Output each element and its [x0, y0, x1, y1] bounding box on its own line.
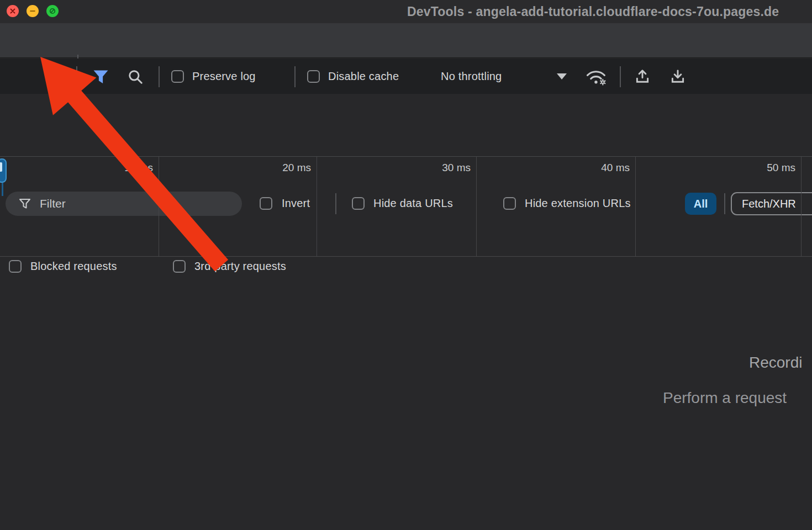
filter-separator [724, 193, 725, 214]
filter-row-secondary: Blocked requests 3rd-party requests [0, 125, 812, 156]
request-type-chip-all[interactable]: All [685, 193, 716, 215]
minimize-button[interactable] [27, 5, 39, 17]
window-title: DevTools - angela-add-tutorial.cloudflar… [407, 4, 779, 19]
hide-data-urls-checkbox[interactable] [352, 197, 365, 210]
timeline-handle-tail [2, 183, 3, 196]
network-toolbar: Preserve log Disable cache No throttling [0, 59, 812, 94]
toolbar-separator [76, 66, 77, 87]
toolbar-separator [159, 66, 160, 87]
close-icon [7, 5, 19, 17]
network-filter-toggle-button[interactable] [93, 70, 109, 84]
throttling-select[interactable]: No throttling [441, 70, 502, 83]
timeline-tick-20ms: 20 ms [261, 162, 311, 174]
timeline-handle-highlight [0, 162, 2, 172]
minimize-icon [27, 5, 39, 17]
timeline-top-border [0, 156, 812, 157]
invert-label: Invert [282, 197, 310, 210]
gear-icon [600, 79, 605, 85]
import-har-button[interactable] [634, 68, 651, 84]
hide-extension-urls-checkbox[interactable] [503, 197, 516, 210]
request-type-chip-fetch-xhr[interactable]: Fetch/XHR [731, 192, 812, 215]
recording-status-text: Recordi [749, 354, 802, 372]
disable-cache-checkbox[interactable] [307, 70, 320, 83]
toolbar-separator [620, 66, 621, 87]
search-button[interactable] [127, 68, 144, 85]
blocked-requests-checkbox[interactable] [9, 260, 22, 273]
search-icon [127, 68, 144, 85]
timeline-tick-50ms: 50 ms [746, 162, 795, 174]
filter-row: Invert Hide data URLs Hide extension URL… [0, 94, 812, 125]
filter-input-container[interactable] [6, 192, 242, 216]
title-bar: DevTools - angela-add-tutorial.cloudflar… [0, 0, 812, 23]
fullscreen-button[interactable] [46, 5, 59, 17]
devtools-tabbar: Console Network Sources Performance Memo… [0, 23, 812, 58]
third-party-requests-checkbox[interactable] [173, 260, 186, 273]
network-conditions-icon [586, 68, 609, 86]
timeline-handle-fragment[interactable] [0, 158, 7, 183]
preserve-log-checkbox[interactable] [171, 70, 184, 83]
perform-request-hint-text: Perform a request [663, 389, 787, 407]
upload-icon [634, 68, 651, 84]
timeline-gridline [317, 157, 317, 256]
timeline-gridline [801, 157, 802, 256]
timeline-gridline [635, 157, 636, 256]
filter-funnel-small-icon [19, 198, 31, 209]
chevron-down-icon[interactable] [557, 73, 567, 80]
timeline-gridline [159, 157, 159, 256]
blocked-requests-label: Blocked requests [30, 260, 117, 273]
timeline-bottom-border [0, 256, 812, 257]
close-button[interactable] [7, 5, 19, 17]
devtools-window: DevTools - angela-add-tutorial.cloudflar… [0, 0, 812, 530]
disable-cache-label: Disable cache [328, 70, 399, 83]
hide-extension-urls-label: Hide extension URLs [525, 197, 631, 210]
hide-data-urls-label: Hide data URLs [373, 197, 453, 210]
filter-separator [335, 193, 336, 214]
preserve-log-label: Preserve log [192, 70, 256, 83]
invert-checkbox[interactable] [260, 197, 272, 210]
timeline-gridline [476, 157, 477, 256]
export-har-button[interactable] [669, 68, 686, 84]
toolbar-separator [294, 66, 296, 87]
fullscreen-icon [46, 5, 59, 17]
download-icon [669, 68, 686, 84]
third-party-requests-label: 3rd-party requests [194, 260, 286, 273]
timeline-tick-40ms: 40 ms [580, 162, 630, 174]
timeline-tick-10ms: 10 ms [103, 162, 153, 174]
timeline-tick-30ms: 30 ms [421, 162, 471, 174]
filter-funnel-icon [93, 70, 109, 84]
filter-input[interactable] [40, 197, 222, 210]
network-conditions-button[interactable] [586, 68, 609, 86]
